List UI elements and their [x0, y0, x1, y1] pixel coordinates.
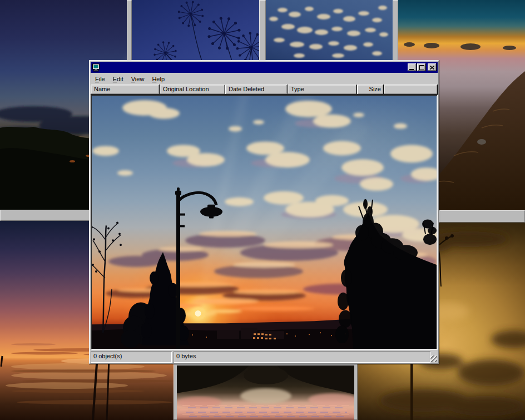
status-bar: 0 object(s) 0 bytes	[91, 350, 438, 363]
sunset-photo-art	[92, 96, 437, 349]
menu-bar: File Edit View Help	[91, 73, 438, 85]
menu-item-view[interactable]: View	[127, 75, 148, 84]
status-objects: 0 object(s)	[91, 351, 172, 363]
computer-icon[interactable]	[92, 63, 101, 72]
maximize-button[interactable]	[417, 63, 426, 71]
maximize-icon	[419, 65, 424, 70]
column-header-size[interactable]: Size	[357, 85, 384, 95]
column-header-filler	[384, 85, 438, 95]
minimize-button[interactable]	[408, 63, 417, 71]
background-window-water-reflection-photo[interactable]	[177, 365, 354, 420]
minimize-icon	[409, 69, 414, 70]
desktop: File Edit View Help Name Original Locati…	[0, 0, 525, 420]
column-header-row: Name Original Location Date Deleted Type…	[91, 85, 438, 95]
sunset-photo	[92, 96, 437, 349]
column-header-type[interactable]: Type	[288, 85, 357, 95]
column-header-date-deleted[interactable]: Date Deleted	[225, 85, 288, 95]
background-window-cloud-photo[interactable]	[266, 0, 393, 61]
title-bar[interactable]	[91, 62, 438, 73]
background-window-frame	[439, 210, 525, 223]
resize-grip-icon[interactable]	[430, 355, 437, 362]
close-button[interactable]	[428, 63, 437, 71]
menu-item-file[interactable]: File	[91, 75, 109, 84]
column-header-name[interactable]: Name	[91, 85, 160, 95]
reflection-art	[177, 365, 354, 420]
background-window-frame	[393, 0, 398, 62]
dried-flowers-art	[132, 0, 259, 61]
recycle-bin-window: File Edit View Help Name Original Locati…	[89, 60, 439, 364]
menu-item-help[interactable]: Help	[148, 75, 169, 84]
menu-item-edit[interactable]: Edit	[109, 75, 127, 84]
close-icon	[430, 66, 434, 70]
file-list-area[interactable]	[91, 95, 438, 350]
cloud-photo-art	[266, 0, 393, 61]
status-bytes: 0 bytes	[174, 351, 430, 363]
background-window-dried-flowers-photo[interactable]	[132, 0, 259, 61]
column-header-original-location[interactable]: Original Location	[160, 85, 225, 95]
background-window-frame	[259, 0, 266, 62]
